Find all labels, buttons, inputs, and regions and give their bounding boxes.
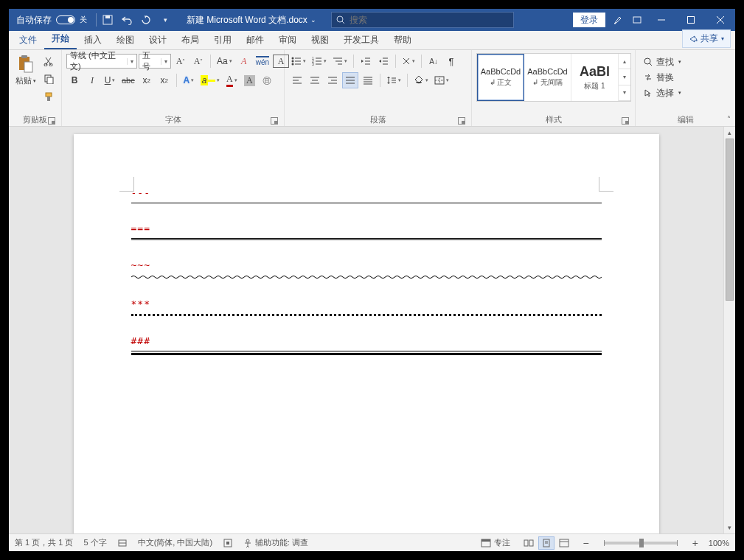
shading-button[interactable]: ▾ — [411, 72, 431, 88]
search-box[interactable] — [331, 12, 514, 28]
copy-icon[interactable] — [41, 71, 57, 87]
qat-customize-icon[interactable]: ▾ — [156, 9, 175, 31]
tab-draw[interactable]: 绘图 — [109, 30, 142, 49]
tab-layout[interactable]: 布局 — [174, 30, 206, 49]
collapse-ribbon-icon[interactable]: ˄ — [727, 115, 731, 123]
sort-button[interactable]: A↓ — [425, 53, 442, 69]
replace-button[interactable]: 替换 — [640, 70, 677, 85]
redo-icon[interactable] — [136, 9, 156, 31]
enclose-characters-icon[interactable]: ㊐ — [259, 72, 275, 88]
format-painter-icon[interactable] — [41, 88, 57, 105]
clear-formatting-icon[interactable]: A — [236, 53, 252, 69]
accessibility-status[interactable]: 辅助功能: 调查 — [243, 537, 308, 548]
find-button[interactable]: 查找▾ — [640, 55, 684, 69]
tab-file[interactable]: 文件 — [12, 30, 44, 49]
superscript-button[interactable]: x2 — [156, 72, 173, 88]
tab-developer[interactable]: 开发工具 — [336, 30, 386, 49]
dialog-launcher-icon[interactable] — [458, 117, 465, 125]
style-normal[interactable]: AaBbCcDd↲ 正文 — [477, 54, 524, 101]
zoom-out-button[interactable]: − — [583, 537, 588, 549]
align-distribute-icon[interactable] — [360, 72, 376, 88]
change-case-button[interactable]: Aa▾ — [215, 53, 234, 69]
zoom-in-button[interactable]: + — [692, 537, 698, 549]
maximize-button[interactable] — [676, 9, 706, 31]
show-marks-icon[interactable]: ¶ — [443, 53, 459, 69]
tab-home[interactable]: 开始 — [44, 29, 77, 49]
font-color-button[interactable]: A▾ — [223, 72, 240, 88]
multilevel-list-button[interactable]: ▾ — [330, 53, 350, 69]
zoom-slider[interactable] — [604, 542, 678, 545]
bold-button[interactable]: B — [66, 72, 83, 88]
language-status[interactable]: 中文(简体, 中国大陆) — [138, 537, 212, 548]
document-scroll[interactable]: --- === ~~~ *** ### — [9, 127, 723, 533]
style-heading1[interactable]: AaBl标题 1 — [571, 54, 619, 101]
align-right-icon[interactable] — [324, 72, 341, 88]
select-button[interactable]: 选择▾ — [640, 85, 684, 100]
increase-indent-icon[interactable] — [375, 53, 392, 69]
tab-insert[interactable]: 插入 — [77, 30, 109, 49]
undo-icon[interactable] — [117, 9, 136, 31]
slider-knob[interactable] — [639, 539, 644, 547]
zoom-level[interactable]: 100% — [709, 539, 729, 547]
scroll-down-icon[interactable]: ▾ — [724, 522, 735, 533]
paste-button[interactable]: 粘贴▾ — [13, 53, 38, 86]
tab-view[interactable]: 视图 — [304, 30, 336, 49]
macro-icon[interactable] — [223, 538, 233, 548]
font-size-combo[interactable]: 五号▾ — [139, 54, 171, 69]
bullets-button[interactable]: ▾ — [289, 53, 308, 69]
line-spacing-button[interactable]: ▾ — [384, 72, 403, 88]
style-no-spacing[interactable]: AaBbCcDd↲ 无间隔 — [524, 54, 571, 101]
word-count[interactable]: 5 个字 — [83, 537, 106, 548]
tab-design[interactable]: 设计 — [142, 30, 174, 49]
phonetic-guide-icon[interactable]: wén — [254, 53, 271, 69]
cut-icon[interactable] — [41, 53, 57, 69]
shrink-font-icon[interactable]: A˅ — [190, 53, 206, 69]
align-left-icon[interactable] — [289, 72, 305, 88]
tab-help[interactable]: 帮助 — [386, 30, 419, 49]
character-shading-icon[interactable]: A — [241, 72, 257, 88]
autosave-toggle[interactable]: 自动保存 关 — [9, 14, 94, 27]
document-content[interactable]: --- === ~~~ *** ### — [131, 187, 602, 355]
dialog-launcher-icon[interactable] — [48, 117, 55, 125]
focus-mode[interactable]: 专注 — [481, 537, 510, 548]
highlight-button[interactable]: a▾ — [198, 72, 223, 88]
subscript-button[interactable]: x2 — [139, 72, 155, 88]
web-layout-icon[interactable] — [556, 536, 572, 550]
grow-font-icon[interactable]: A˄ — [173, 53, 189, 69]
styles-nav[interactable]: ▴▾▾ — [619, 54, 630, 101]
align-center-icon[interactable] — [307, 72, 323, 88]
close-button[interactable] — [706, 9, 735, 31]
read-mode-icon[interactable] — [521, 536, 537, 550]
print-layout-icon[interactable] — [538, 536, 554, 550]
document-title[interactable]: 新建 Microsoft Word 文档.docx ⌄ — [187, 14, 316, 27]
scrollbar-thumb[interactable] — [726, 139, 734, 301]
decrease-indent-icon[interactable] — [358, 53, 374, 69]
vertical-scrollbar[interactable]: ▴ ▾ — [723, 127, 735, 533]
numbering-button[interactable]: 123▾ — [310, 53, 329, 69]
underline-button[interactable]: U▾ — [102, 72, 118, 88]
signin-button[interactable]: 登录 — [573, 13, 605, 27]
ribbon-display-icon[interactable] — [627, 9, 647, 31]
document-page[interactable]: --- === ~~~ *** ### — [74, 134, 659, 533]
dialog-launcher-icon[interactable] — [271, 117, 278, 125]
minimize-button[interactable] — [647, 9, 676, 31]
save-icon[interactable] — [98, 9, 117, 31]
coming-soon-icon[interactable] — [608, 9, 627, 31]
tab-references[interactable]: 引用 — [206, 30, 239, 49]
tab-mailings[interactable]: 邮件 — [239, 30, 271, 49]
styles-gallery[interactable]: AaBbCcDd↲ 正文 AaBbCcDd↲ 无间隔 AaBl标题 1 ▴▾▾ — [476, 53, 631, 102]
share-button[interactable]: 共享 ▾ — [682, 29, 731, 48]
italic-button[interactable]: I — [84, 72, 100, 88]
strikethrough-button[interactable]: abc — [119, 72, 137, 88]
scroll-up-icon[interactable]: ▴ — [724, 127, 735, 139]
tab-review[interactable]: 审阅 — [271, 30, 304, 49]
text-effects-button[interactable]: A▾ — [181, 72, 197, 88]
align-justify-icon[interactable] — [342, 72, 358, 88]
asian-layout-button[interactable]: ▾ — [400, 53, 417, 69]
dialog-launcher-icon[interactable] — [622, 117, 629, 125]
spellcheck-icon[interactable] — [117, 538, 128, 548]
borders-button[interactable]: ▾ — [432, 72, 451, 88]
page-info[interactable]: 第 1 页，共 1 页 — [15, 537, 73, 548]
search-input[interactable] — [350, 15, 509, 25]
font-name-combo[interactable]: 等线 (中文正文)▾ — [66, 54, 137, 69]
